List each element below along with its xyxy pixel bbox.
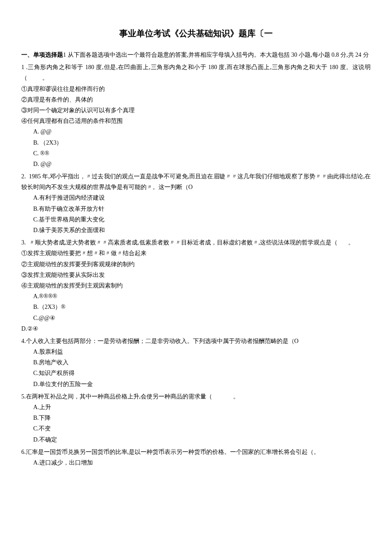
- q1-sub1: ①真理和谬误往往是相伴而行的: [21, 84, 371, 94]
- q4-option-d: D.单位支付的五险一金: [33, 379, 371, 389]
- question-4: 4.个人收入主要包括两部分：一是劳动者报酬；二是非劳动收入。下列选项中属于劳动者…: [21, 336, 371, 389]
- q3-sub3: ③发挥主观能动性要从实际出发: [21, 270, 371, 280]
- q4-option-a: A.股票利益: [33, 346, 371, 357]
- q2-option-d: D.缘于美苏关系的全面缓和: [33, 225, 371, 235]
- q1-option-d: D. @@: [33, 159, 371, 169]
- q3-sub2: ②主观能动性的发挥要受到客观规律的制约: [21, 259, 371, 270]
- q3-option-a: A.®®®®: [33, 291, 371, 302]
- section-header: 一、单项选择题1 从下面各题选项中选出一个最符合题意的答案,并将相应字母填入括号…: [21, 49, 371, 60]
- q2-option-c: C.基于世界格局的重大变化: [33, 214, 371, 225]
- question-3: 3. 〃顺大势者成,逆大势者败〃〃高素质者成,低素质者败〃〃目标近者成，目标虚幻…: [21, 237, 371, 334]
- q2-option-b: B.有助于确立改革开放方针: [33, 203, 371, 214]
- q1-sub2: ②真理是有条件的、具体的: [21, 94, 371, 105]
- q1-text: 1 .三角形内角之和等于 180 度,但是,在凹曲面上,三角形内角之和小于 18…: [21, 62, 371, 83]
- q1-option-c: C. ®®: [33, 148, 371, 159]
- q4-option-c: C.知识产权所得: [33, 368, 371, 378]
- q5-option-d: D.不确定: [33, 434, 371, 445]
- question-2: 2. 1985 年,邓小平指出，〃过去我们的观点一直是战争不可避免,而且迫在眉睫…: [21, 171, 371, 235]
- q1-option-b: B. （2X3）: [33, 137, 371, 148]
- q3-option-b: B.（2X3）®: [33, 302, 371, 312]
- q3-option-d: D.②④: [21, 323, 371, 334]
- q3-option-c: C.@@④: [33, 313, 371, 323]
- q1-option-a: A. @@: [33, 126, 371, 137]
- question-5: 5.在两种互补品之间，其中一种商品价格上升,会使另一种商品的需求量（ 。 A.上…: [21, 391, 371, 445]
- q3-sub1: ①发挥主观能动性要把〃想〃和〃做〃结合起来: [21, 248, 371, 259]
- question-1: 1 .三角形内角之和等于 180 度,但是,在凹曲面上,三角形内角之和小于 18…: [21, 62, 371, 169]
- q4-text: 4.个人收入主要包括两部分：一是劳动者报酬；二是非劳动收入。下列选项中属于劳动者…: [21, 336, 371, 346]
- q3-text: 3. 〃顺大势者成,逆大势者败〃〃高素质者成,低素质者败〃〃目标近者成，目标虚幻…: [21, 237, 371, 248]
- q1-sub3: ③对同一个确定对象的认识可以有多个真理: [21, 105, 371, 116]
- q5-option-a: A.上升: [33, 402, 371, 413]
- q2-text: 2. 1985 年,邓小平指出，〃过去我们的观点一直是战争不可避免,而且迫在眉睫…: [21, 171, 371, 192]
- question-6: 6.汇率是一国货币兑换另一国货币的比率,是以一种货币表示另一种货币的价格。一个国…: [21, 447, 371, 468]
- q6-text: 6.汇率是一国货币兑换另一国货币的比率,是以一种货币表示另一种货币的价格。一个国…: [21, 447, 371, 457]
- q6-option-a: A.进口减少，出口增加: [33, 457, 371, 468]
- q2-option-a: A.有利于推进国内经济建设: [33, 192, 371, 203]
- q1-sub4: ④任何真理都有自己适用的条件和范围: [21, 116, 371, 126]
- q4-option-b: B.房地产收入: [33, 357, 371, 368]
- section-label: 一、单项选择题: [21, 52, 63, 58]
- q5-option-b: B.下降: [33, 413, 371, 423]
- q5-option-c: C.不变: [33, 423, 371, 434]
- q3-sub4: ④主观能动性的发挥受到主观因素制约: [21, 280, 371, 291]
- section-instruction: 1 从下面各题选项中选出一个最符合题意的答案,并将相应字母填入括号内。本大题包括…: [63, 52, 369, 58]
- q5-text: 5.在两种互补品之间，其中一种商品价格上升,会使另一种商品的需求量（ 。: [21, 391, 371, 402]
- page-title: 事业单位考试《公共基础知识》题库〔一: [21, 26, 371, 41]
